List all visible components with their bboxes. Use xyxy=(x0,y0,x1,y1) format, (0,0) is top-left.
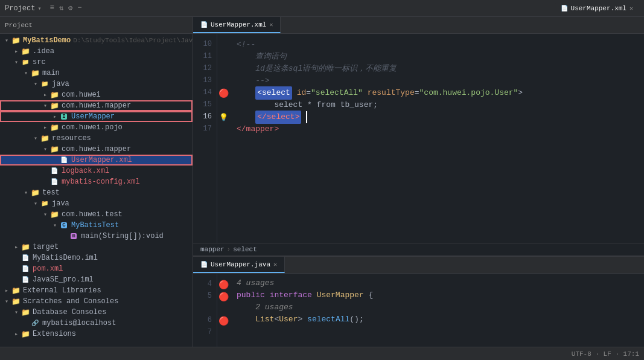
tree-item-external-libs[interactable]: ▸ 📁 External Libraries xyxy=(0,285,193,296)
editor-tabs-top: 📄 UserMapper.xml ✕ xyxy=(555,3,639,14)
tab-usermapper-java[interactable]: 📄 UserMapper.java ✕ xyxy=(193,257,285,273)
gutter-16: 💡 xyxy=(217,111,229,123)
tree-item-db-consoles[interactable]: ▾ 📁 Database Consoles xyxy=(0,307,193,318)
tree-item-extensions[interactable]: ▸ 📁 Extensions xyxy=(0,329,193,339)
folder-icon-java: 📁 xyxy=(40,79,49,89)
code-line-15: select * from tb_user; xyxy=(237,99,637,111)
tree-item-java[interactable]: ▾ 📁 java xyxy=(0,79,193,89)
align-icon[interactable]: ≡ xyxy=(49,4,54,13)
label-usermapper-xml: UserMapper.xml xyxy=(71,156,132,164)
bgutter-4: 🔴 xyxy=(217,278,229,291)
code-line-14: <select id = "selectAll" resultType = "c… xyxy=(237,87,637,99)
tab-usermapper-xml[interactable]: 📄 UserMapper.xml ✕ xyxy=(555,3,639,14)
tree-item-main-method[interactable]: m main(String[]):void xyxy=(0,231,193,242)
arrow-db-consoles: ▾ xyxy=(12,309,21,316)
bottom-line-numbers: 4 5 6 7 xyxy=(193,274,217,347)
bln-6: 6 xyxy=(193,315,217,327)
arrow-idea: ▸ xyxy=(12,48,21,55)
settings-icon[interactable]: ⚙ xyxy=(68,4,72,13)
tree-item-pom-xml[interactable]: 📄 pom.xml xyxy=(0,263,193,274)
tree-item-com-huwei-pojo[interactable]: ▸ 📁 com.huwei.pojo xyxy=(0,122,193,133)
folder-icon-java-test: 📁 xyxy=(40,199,49,208)
tree-item-com-huwei-mapper2[interactable]: ▾ 📁 com.huwei.mapper xyxy=(0,144,193,155)
close-xml-tab-icon[interactable]: ✕ xyxy=(269,21,273,28)
bottom-code-editor[interactable]: 4 usages public interface UserMapper { 2… xyxy=(229,274,644,347)
tree-item-src[interactable]: ▾ 📁 src xyxy=(0,57,193,68)
arrow-usermapper: ▸ xyxy=(51,113,59,120)
tree-item-mybatis-localhost[interactable]: 🔗 mybatis@localhost xyxy=(0,318,193,329)
project-label: Project xyxy=(5,4,35,13)
folder-icon-com-huwei: 📁 xyxy=(49,90,59,100)
label-main-method: main(String[]):void xyxy=(81,232,164,240)
arrow-external-libs: ▸ xyxy=(2,287,11,294)
right-panel: 📄 UserMapper.xml ✕ 10 11 12 13 14 15 16 … xyxy=(193,17,644,347)
bgutter-7 xyxy=(217,327,229,339)
folder-icon-test: 📁 xyxy=(30,188,40,198)
arrow-target: ▸ xyxy=(12,243,21,251)
close-java-tab-icon[interactable]: ✕ xyxy=(273,261,277,268)
tree-item-usermapper[interactable]: ▸ I UserMapper xyxy=(0,111,193,122)
tree-item-mybatisdemo[interactable]: ▾ 📁 MyBatisDemo D:\StudyTools\Idea\Proje… xyxy=(0,35,193,46)
bln-7: 7 xyxy=(193,327,217,339)
tree-item-mybatis-config[interactable]: 📄 mybatis-config.xml xyxy=(0,176,193,187)
code-line-10: <!-- xyxy=(237,39,637,51)
title-bar-project[interactable]: Project ▾ xyxy=(5,4,41,13)
tree-item-test[interactable]: ▾ 📁 test xyxy=(0,187,193,198)
sidebar-tree[interactable]: ▾ 📁 MyBatisDemo D:\StudyTools\Idea\Proje… xyxy=(0,34,193,347)
align2-icon[interactable]: ⇅ xyxy=(59,4,63,13)
tree-item-target[interactable]: ▸ 📁 target xyxy=(0,242,193,252)
sidebar-title: Project xyxy=(5,22,33,29)
close-tab-icon[interactable]: ✕ xyxy=(630,5,633,12)
folder-icon-com-huwei-mapper: 📁 xyxy=(49,101,59,111)
method-icon-main: m xyxy=(69,231,78,241)
gutter: 🔴 💡 xyxy=(217,34,229,243)
tree-item-javase-iml[interactable]: 📄 JavaSE_pro.iml xyxy=(0,274,193,285)
tree-item-idea[interactable]: ▸ 📁 .idea xyxy=(0,46,193,57)
tree-item-mybatisdemo-iml[interactable]: 📄 MyBatisDemo.iml xyxy=(0,252,193,263)
status-text: UTF-8 · LF · 17:1 xyxy=(572,350,639,358)
arrow-com-huwei-mapper: ▾ xyxy=(41,102,49,109)
label-mybatis-config: mybatis-config.xml xyxy=(62,178,140,186)
code-line-12: id是这条sql语句的唯一标识，不能重复 xyxy=(237,63,637,75)
bln-blank xyxy=(193,303,217,315)
arrow-main: ▾ xyxy=(22,69,30,77)
bulb-icon[interactable]: 💡 xyxy=(219,113,228,122)
label-com-huwei-mapper: com.huwei.mapper xyxy=(62,101,131,110)
ln-10: 10 xyxy=(193,39,217,51)
tree-item-resources[interactable]: ▾ 📁 resources xyxy=(0,133,193,144)
label-javase-iml: JavaSE_pro.iml xyxy=(33,275,94,284)
arrow-extensions: ▸ xyxy=(12,330,21,338)
arrow-java: ▾ xyxy=(31,80,40,88)
tree-item-com-huwei-test[interactable]: ▾ 📁 com.huwei.test xyxy=(0,209,193,220)
chevron-icon: ▾ xyxy=(37,5,41,12)
tab-usermapper-xml-editor[interactable]: 📄 UserMapper.xml ✕ xyxy=(193,17,281,33)
minimize-icon[interactable]: − xyxy=(77,4,81,13)
tree-item-java-test[interactable]: ▾ 📁 java xyxy=(0,198,193,209)
label-usermapper: UserMapper xyxy=(71,112,115,121)
arrow-com-huwei: ▸ xyxy=(41,91,49,98)
breadcrumb-select[interactable]: select xyxy=(233,246,257,253)
arrow-com-huwei-pojo: ▸ xyxy=(41,124,49,131)
code-editor[interactable]: <!-- 查询语句 id是这条sql语句的唯一标识，不能重复 --> xyxy=(229,34,644,243)
arrow-mybatisdemo: ▾ xyxy=(2,37,11,44)
tree-item-scratches[interactable]: ▾ 📁 Scratches and Consoles xyxy=(0,296,193,307)
bgutter-6: 🔴 xyxy=(217,315,229,327)
folder-icon-db-consoles: 📁 xyxy=(21,307,30,317)
tree-item-main[interactable]: ▾ 📁 main xyxy=(0,68,193,79)
label-target: target xyxy=(33,243,59,251)
tree-item-mybatistest[interactable]: ▾ C MyBatisTest xyxy=(0,220,193,231)
breadcrumb-mapper[interactable]: mapper xyxy=(200,246,225,253)
bcode-5: public interface UserMapper { xyxy=(237,289,637,301)
iml-icon-mybatisdemo: 📄 xyxy=(21,253,30,263)
tree-item-usermapper-xml[interactable]: 📄 UserMapper.xml xyxy=(0,155,193,166)
label-mybatistest: MyBatisTest xyxy=(71,221,119,230)
tree-item-logback[interactable]: 📄 logback.xml xyxy=(0,166,193,176)
label-logback: logback.xml xyxy=(62,167,109,175)
bln-4: 4 xyxy=(193,278,217,291)
label-com-huwei-test: com.huwei.test xyxy=(62,210,123,219)
arrow-java-test: ▾ xyxy=(31,200,40,207)
ln-11: 11 xyxy=(193,51,217,63)
tree-item-com-huwei[interactable]: ▸ 📁 com.huwei xyxy=(0,89,193,100)
line-numbers: 10 11 12 13 14 15 16 17 xyxy=(193,34,217,243)
tree-item-com-huwei-mapper[interactable]: ▾ 📁 com.huwei.mapper xyxy=(0,100,193,111)
